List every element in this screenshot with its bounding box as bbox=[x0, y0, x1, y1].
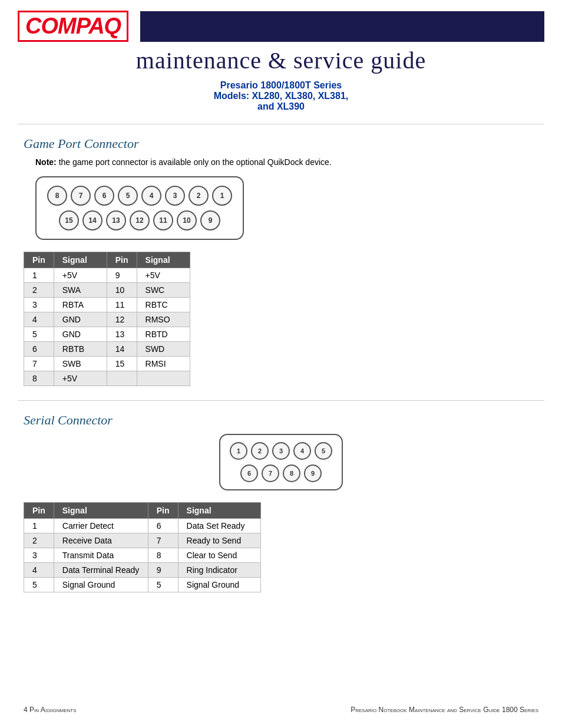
game-port-diagram: 8 7 6 5 4 3 2 1 15 14 13 12 11 10 9 bbox=[0, 176, 562, 252]
pin-6: 6 bbox=[94, 186, 114, 206]
serial-cell-pin2-2: 8 bbox=[148, 548, 178, 563]
serial-pin-6: 6 bbox=[240, 465, 258, 482]
serial-pin-5: 5 bbox=[315, 442, 332, 460]
pin-4: 4 bbox=[141, 186, 161, 206]
pin-3: 3 bbox=[165, 186, 185, 206]
pin-12: 12 bbox=[130, 210, 150, 230]
serial-top-row: 1 2 3 4 5 bbox=[230, 442, 332, 460]
game-table-row: 5GND13RBTD bbox=[24, 327, 190, 342]
pin-11: 11 bbox=[153, 210, 173, 230]
game-cell-pin1-2: 3 bbox=[24, 298, 54, 312]
serial-cell-pin1-4: 5 bbox=[24, 578, 54, 592]
game-table-row: 8+5V bbox=[24, 371, 190, 386]
serial-table-wrap: Pin Signal Pin Signal 1Carrier Detect6Da… bbox=[0, 502, 562, 607]
col-signal1: Signal bbox=[54, 252, 107, 268]
serial-cell-sig2-2: Clear to Send bbox=[178, 548, 260, 563]
serial-table-header-row: Pin Signal Pin Signal bbox=[24, 503, 261, 519]
game-port-table-wrap: Pin Signal Pin Signal 1+5V9+5V2SWA10SWC3… bbox=[0, 252, 562, 400]
game-port-note: Note: the game port connector is availab… bbox=[0, 157, 562, 176]
serial-cell-pin1-2: 3 bbox=[24, 548, 54, 563]
game-table-row: 1+5V9+5V bbox=[24, 268, 190, 283]
game-table-row: 7SWB15RMSI bbox=[24, 357, 190, 371]
col-pin1: Pin bbox=[24, 252, 54, 268]
serial-table-row: 4Data Terminal Ready9Ring Indicator bbox=[24, 563, 261, 578]
game-cell-pin1-0: 1 bbox=[24, 268, 54, 283]
page-footer: 4 Pin Assignments Presario Notebook Main… bbox=[0, 706, 562, 714]
serial-bottom-row: 6 7 8 9 bbox=[230, 465, 332, 482]
serial-cell-pin2-1: 7 bbox=[148, 533, 178, 548]
game-port-bottom-row: 15 14 13 12 11 10 9 bbox=[47, 210, 232, 230]
game-cell-pin2-2: 11 bbox=[107, 298, 137, 312]
subtitle-line3: and XL390 bbox=[0, 101, 562, 112]
serial-cell-sig1-2: Transmit Data bbox=[54, 548, 148, 563]
serial-col-pin2: Pin bbox=[148, 503, 178, 519]
main-title: maintenance & service guide bbox=[18, 47, 544, 74]
game-table-row: 4GND12RMSO bbox=[24, 312, 190, 327]
game-cell-sig2-0: +5V bbox=[137, 268, 190, 283]
pin-5: 5 bbox=[118, 186, 138, 206]
footer-right: Presario Notebook Maintenance and Servic… bbox=[351, 706, 538, 714]
footer-left: 4 Pin Assignments bbox=[24, 706, 77, 714]
serial-pin-7: 7 bbox=[262, 465, 279, 482]
serial-cell-sig1-3: Data Terminal Ready bbox=[54, 563, 148, 578]
game-cell-pin2-3: 12 bbox=[107, 312, 137, 327]
serial-table-row: 1Carrier Detect6Data Set Ready bbox=[24, 519, 261, 533]
game-cell-pin1-4: 5 bbox=[24, 327, 54, 342]
game-cell-sig2-4: RBTD bbox=[137, 327, 190, 342]
page-header: COMPAQ bbox=[0, 0, 562, 42]
serial-cell-sig2-0: Data Set Ready bbox=[178, 519, 260, 533]
col-pin2: Pin bbox=[107, 252, 137, 268]
game-cell-sig1-2: RBTA bbox=[54, 298, 107, 312]
game-cell-sig1-0: +5V bbox=[54, 268, 107, 283]
serial-connector-box: 1 2 3 4 5 6 7 8 9 bbox=[219, 434, 343, 490]
serial-cell-pin2-0: 6 bbox=[148, 519, 178, 533]
serial-table-row: 3Transmit Data8Clear to Send bbox=[24, 548, 261, 563]
subtitle-line2: Models: XL280, XL380, XL381, bbox=[0, 91, 562, 101]
subtitle-line1: Presario 1800/1800T Series bbox=[0, 80, 562, 91]
game-cell-sig1-3: GND bbox=[54, 312, 107, 327]
game-cell-pin2-6: 15 bbox=[107, 357, 137, 371]
serial-cell-sig1-1: Receive Data bbox=[54, 533, 148, 548]
game-cell-pin2-7 bbox=[107, 371, 137, 386]
game-cell-sig1-1: SWA bbox=[54, 283, 107, 298]
game-table-row: 2SWA10SWC bbox=[24, 283, 190, 298]
game-cell-sig1-4: GND bbox=[54, 327, 107, 342]
serial-cell-sig2-1: Ready to Send bbox=[178, 533, 260, 548]
header-dark-box bbox=[140, 11, 544, 42]
game-cell-sig1-5: RBTB bbox=[54, 342, 107, 357]
serial-cell-sig1-0: Carrier Detect bbox=[54, 519, 148, 533]
game-cell-sig1-7: +5V bbox=[54, 371, 107, 386]
pin-1: 1 bbox=[212, 186, 232, 206]
game-port-table: Pin Signal Pin Signal 1+5V9+5V2SWA10SWC3… bbox=[24, 252, 190, 386]
serial-pin-1: 1 bbox=[230, 442, 247, 460]
serial-connector-table: Pin Signal Pin Signal 1Carrier Detect6Da… bbox=[24, 502, 261, 592]
game-cell-pin1-7: 8 bbox=[24, 371, 54, 386]
pin-2: 2 bbox=[189, 186, 209, 206]
game-cell-pin1-5: 6 bbox=[24, 342, 54, 357]
game-port-heading: Game Port Connector bbox=[0, 124, 562, 157]
serial-cell-pin1-0: 1 bbox=[24, 519, 54, 533]
serial-cell-pin2-3: 9 bbox=[148, 563, 178, 578]
game-table-header-row: Pin Signal Pin Signal bbox=[24, 252, 190, 268]
serial-pin-9: 9 bbox=[304, 465, 322, 482]
game-port-connector-box: 8 7 6 5 4 3 2 1 15 14 13 12 11 10 9 bbox=[35, 176, 244, 240]
serial-pin-2: 2 bbox=[251, 442, 269, 460]
game-cell-sig2-6: RMSI bbox=[137, 357, 190, 371]
game-cell-pin2-4: 13 bbox=[107, 327, 137, 342]
game-cell-sig1-6: SWB bbox=[54, 357, 107, 371]
pin-13: 13 bbox=[106, 210, 126, 230]
serial-cell-pin2-4: 5 bbox=[148, 578, 178, 592]
serial-col-signal1: Signal bbox=[54, 503, 148, 519]
col-signal2: Signal bbox=[137, 252, 190, 268]
game-cell-pin1-1: 2 bbox=[24, 283, 54, 298]
serial-cell-sig1-4: Signal Ground bbox=[54, 578, 148, 592]
game-cell-pin1-3: 4 bbox=[24, 312, 54, 327]
game-table-row: 3RBTA11RBTC bbox=[24, 298, 190, 312]
game-port-top-row: 8 7 6 5 4 3 2 1 bbox=[47, 186, 232, 206]
serial-pin-8: 8 bbox=[283, 465, 300, 482]
game-table-row: 6RBTB14SWD bbox=[24, 342, 190, 357]
pin-7: 7 bbox=[71, 186, 91, 206]
serial-cell-pin1-1: 2 bbox=[24, 533, 54, 548]
subtitle-section: Presario 1800/1800T Series Models: XL280… bbox=[0, 74, 562, 124]
serial-cell-sig2-4: Signal Ground bbox=[178, 578, 260, 592]
